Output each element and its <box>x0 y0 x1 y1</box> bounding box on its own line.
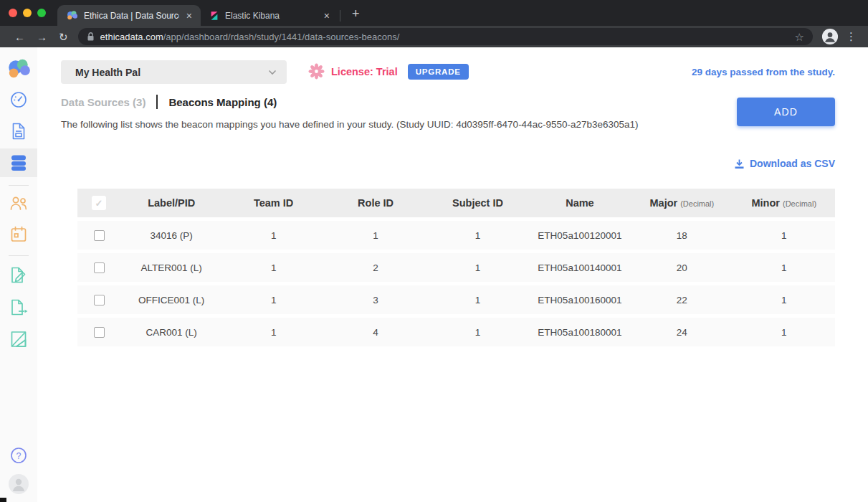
table-cell: 1 <box>426 327 528 338</box>
row-checkbox[interactable] <box>94 262 105 273</box>
select-all-checkbox[interactable]: ✓ <box>92 196 106 210</box>
sidebar-divider <box>9 255 29 256</box>
table-cell: OFFICE001 (L) <box>120 295 222 306</box>
table-cell: 1 <box>426 262 528 273</box>
table-row: ALTER001 (L)121ETH05a100140001201 <box>77 253 835 282</box>
row-checkbox-cell <box>77 230 120 241</box>
select-all-cell: ✓ <box>77 196 120 210</box>
license-label: License: Trial <box>331 66 398 77</box>
upgrade-button[interactable]: UPGRADE <box>408 64 469 80</box>
table-cell: 4 <box>325 327 426 338</box>
sidebar-item-help-icon[interactable]: ? <box>0 446 37 465</box>
sidebar-divider <box>9 185 29 186</box>
column-header-role-id: Role ID <box>325 197 426 209</box>
sidebar-item-schedule-calendar-icon[interactable] <box>0 225 37 244</box>
table-cell: 1 <box>222 262 324 273</box>
download-csv-link[interactable]: Download as CSV <box>734 158 835 169</box>
sidebar-item-surveys-document-icon[interactable] <box>0 122 37 141</box>
sidebar-item-dashboard-gauge-icon[interactable] <box>0 90 37 109</box>
sidebar-item-participants-users-icon[interactable] <box>0 194 37 212</box>
row-checkbox-cell <box>77 262 120 273</box>
table-row: CAR001 (L)141ETH05a100180001241 <box>77 318 835 346</box>
browser-toolbar: ← → ↻ ethicadata.com/app/dashboard/rdash… <box>0 26 868 47</box>
days-passed-note: 29 days passed from the study. <box>692 67 835 77</box>
tab-data-sources[interactable]: Data Sources (3) <box>61 96 146 108</box>
ethica-logo-icon <box>66 10 78 21</box>
lock-icon <box>87 32 95 42</box>
sidebar: ? <box>0 47 37 502</box>
sidebar-item-data-sources-database-icon[interactable] <box>0 148 37 177</box>
row-checkbox-cell <box>77 327 120 338</box>
row-checkbox[interactable] <box>94 295 105 306</box>
browser-tab-kibana[interactable]: Elastic Kibana × <box>201 5 338 26</box>
svg-text:?: ? <box>16 451 22 461</box>
table-cell: 1 <box>426 230 528 241</box>
tab-title: Elastic Kibana <box>225 11 317 21</box>
row-checkbox[interactable] <box>94 230 105 241</box>
section-tabs: Data Sources (3) Beacons Mapping (4) <box>61 95 277 109</box>
table-row: OFFICE001 (L)131ETH05a100160001221 <box>77 285 835 314</box>
browser-menu-icon[interactable]: ⋮ <box>843 30 859 43</box>
beacons-description: The following list shows the beacon mapp… <box>61 119 639 130</box>
column-header-major: Major(Decimal) <box>631 197 733 209</box>
table-cell: ETH05a100140001 <box>529 262 631 273</box>
row-checkbox[interactable] <box>94 327 105 338</box>
browser-profile-avatar[interactable] <box>821 28 839 45</box>
table-body: 34016 (P)111ETH05a100120001181ALTER001 (… <box>77 221 835 346</box>
study-selector-value: My Health Pal <box>75 67 268 78</box>
column-header-minor: Minor(Decimal) <box>733 197 835 209</box>
check-icon: ✓ <box>95 198 103 209</box>
address-bar[interactable]: ethicadata.com/app/dashboard/rdash/study… <box>78 28 813 45</box>
table-cell: 18 <box>631 230 733 241</box>
sidebar-user-avatar[interactable] <box>0 473 37 495</box>
back-icon[interactable]: ← <box>9 32 31 42</box>
sidebar-item-export-document-icon[interactable] <box>0 298 37 317</box>
reload-icon[interactable]: ↻ <box>53 32 74 42</box>
table-cell: ALTER001 (L) <box>120 262 222 273</box>
table-cell: 1 <box>733 230 835 241</box>
add-button[interactable]: ADD <box>737 98 835 126</box>
column-header-name: Name <box>529 197 631 209</box>
table-cell: 24 <box>631 327 733 338</box>
chevron-down-icon <box>268 70 277 75</box>
table-cell: 1 <box>222 295 324 306</box>
table-cell: 1 <box>733 295 835 306</box>
download-icon <box>734 158 745 169</box>
app-content: ? My Health Pal <box>0 47 868 502</box>
maximize-window-button[interactable] <box>37 9 46 17</box>
url-text: ethicadata.com/app/dashboard/rdash/study… <box>100 32 789 42</box>
browser-window: Ethica Data | Data Sources × Elastic Kib… <box>0 0 868 502</box>
sidebar-item-edit-document-icon[interactable] <box>0 266 37 285</box>
license-flower-icon <box>308 63 325 80</box>
table-cell: 1 <box>325 230 426 241</box>
tab-strip: Ethica Data | Data Sources × Elastic Kib… <box>0 0 868 26</box>
ethica-logo-icon[interactable] <box>0 57 37 80</box>
bookmark-star-icon[interactable]: ☆ <box>795 32 804 42</box>
table-cell: 34016 (P) <box>120 230 222 241</box>
close-tab-icon[interactable]: × <box>185 11 194 21</box>
study-selector-dropdown[interactable]: My Health Pal <box>61 60 287 84</box>
kibana-logo-icon <box>209 11 219 21</box>
new-tab-button[interactable]: + <box>348 7 364 20</box>
window-corner-artifact <box>0 498 6 502</box>
table-cell: 22 <box>631 295 733 306</box>
table-cell: ETH05a100160001 <box>529 295 631 306</box>
close-tab-icon[interactable]: × <box>323 11 331 21</box>
tab-separator <box>340 10 340 22</box>
table-cell: ETH05a100180001 <box>529 327 631 338</box>
table-cell: 1 <box>222 327 324 338</box>
row-checkbox-cell <box>77 295 120 306</box>
minimize-window-button[interactable] <box>23 9 32 17</box>
browser-tab-ethica[interactable]: Ethica Data | Data Sources × <box>57 5 201 26</box>
tab-beacons-mapping[interactable]: Beacons Mapping (4) <box>168 96 277 108</box>
column-header-subject-id: Subject ID <box>426 197 528 209</box>
beacons-table: ✓ Label/PIDTeam IDRole IDSubject IDNameM… <box>77 189 835 346</box>
close-window-button[interactable] <box>9 9 17 17</box>
main-panel: My Health Pal <box>37 47 868 502</box>
table-header-row: ✓ Label/PIDTeam IDRole IDSubject IDNameM… <box>77 189 835 217</box>
table-cell: ETH05a100120001 <box>529 230 631 241</box>
license-group: License: Trial UPGRADE <box>308 63 469 80</box>
sidebar-item-analysis-chart-icon[interactable] <box>0 330 37 349</box>
table-cell: 3 <box>325 295 426 306</box>
forward-icon[interactable]: → <box>31 32 53 42</box>
